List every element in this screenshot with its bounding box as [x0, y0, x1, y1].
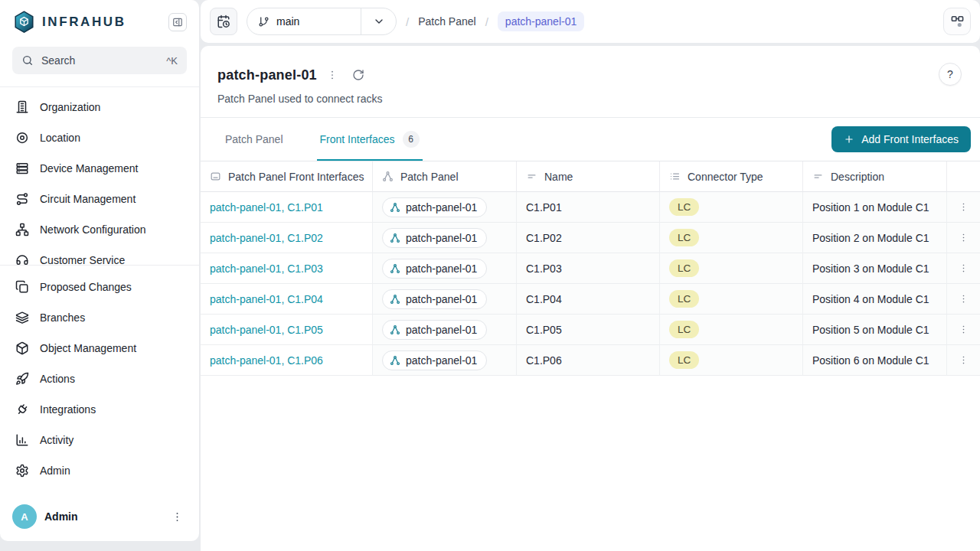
column-header-display-label[interactable]: Patch Panel Front Interfaces: [201, 161, 373, 192]
patch-panel-cell: patch-panel-01: [373, 315, 517, 345]
table-row-c1-p01: patch-panel-01, C1.P01 patch-panel-01 C1…: [201, 192, 980, 223]
time-travel-button[interactable]: [210, 8, 237, 35]
calendar-clock-icon: [217, 15, 230, 28]
text-icon: [812, 171, 824, 182]
patch-panel-chip[interactable]: patch-panel-01: [382, 259, 487, 279]
search-input[interactable]: Search ^K: [12, 47, 187, 74]
infrahub-logo-icon: [14, 11, 34, 33]
object-header: patch-panel-01 Patch Panel used to conne…: [201, 46, 980, 118]
column-label: Description: [831, 171, 884, 183]
row-menu-button[interactable]: [953, 289, 975, 310]
sidebar-item-customer-service[interactable]: Customer Service: [9, 245, 190, 265]
ellipsis-vertical-icon: [958, 293, 969, 305]
patch-panel-chip[interactable]: patch-panel-01: [382, 289, 487, 309]
display-label-cell: patch-panel-01, C1.P04: [201, 284, 373, 315]
list-icon: [669, 171, 681, 182]
sidebar-item-network-configuration[interactable]: Network Configuration: [9, 214, 190, 245]
building-icon: [15, 100, 29, 114]
collapse-sidebar-button[interactable]: [168, 13, 187, 31]
row-link[interactable]: patch-panel-01, C1.P02: [210, 232, 323, 244]
patch-panel-cell: patch-panel-01: [373, 284, 517, 315]
patch-panel-chip[interactable]: patch-panel-01: [382, 228, 487, 248]
avatar: A: [12, 504, 37, 529]
front-interfaces-table: Patch Panel Front Interfaces Patch Panel…: [201, 161, 980, 376]
column-header-connector-type[interactable]: Connector Type: [660, 161, 803, 192]
display-label-cell: patch-panel-01, C1.P05: [201, 315, 373, 345]
sidebar-item-object-management[interactable]: Object Management: [9, 333, 190, 364]
rocket-icon: [15, 372, 29, 386]
sidebar-item-circuit-management[interactable]: Circuit Management: [9, 184, 190, 214]
branch-selector[interactable]: main: [247, 8, 397, 35]
sidebar-item-activity[interactable]: Activity: [9, 425, 190, 455]
object-menu-button[interactable]: [322, 64, 343, 86]
refresh-icon: [352, 69, 364, 81]
row-link[interactable]: patch-panel-01, C1.P03: [210, 262, 323, 275]
location-icon: [15, 131, 29, 145]
ellipsis-vertical-icon: [326, 69, 338, 81]
column-header-description[interactable]: Description: [803, 161, 947, 192]
patch-panel-chip-label: patch-panel-01: [406, 293, 477, 305]
panel-collapse-icon: [172, 17, 183, 28]
patch-panel-chip[interactable]: patch-panel-01: [382, 197, 487, 217]
add-button-label: Add Front Interfaces: [861, 133, 959, 145]
sidebar-item-organization[interactable]: Organization: [9, 92, 190, 122]
display-label-cell: patch-panel-01, C1.P02: [201, 223, 373, 253]
row-menu-button[interactable]: [953, 197, 975, 218]
add-front-interfaces-button[interactable]: Add Front Interfaces: [831, 126, 971, 152]
row-actions-cell: [947, 345, 980, 376]
name-cell: C1.P04: [517, 284, 660, 315]
display-label-cell: patch-panel-01, C1.P06: [201, 345, 373, 376]
ellipsis-vertical-icon: [958, 232, 969, 243]
name-cell: C1.P05: [517, 315, 660, 345]
row-link[interactable]: patch-panel-01, C1.P04: [210, 293, 323, 305]
git-branch-icon: [258, 16, 270, 28]
sidebar-item-integrations[interactable]: Integrations: [9, 394, 190, 425]
row-menu-button[interactable]: [953, 227, 975, 249]
table-header-row: Patch Panel Front Interfaces Patch Panel…: [201, 161, 980, 192]
column-header-name[interactable]: Name: [517, 161, 660, 192]
row-menu-button[interactable]: [953, 258, 975, 279]
display-label-cell: patch-panel-01, C1.P03: [201, 253, 373, 284]
patch-panel-chip[interactable]: patch-panel-01: [382, 350, 487, 370]
sidebar-item-device-management[interactable]: Device Management: [9, 153, 190, 184]
sidebar-item-branches[interactable]: Branches: [9, 302, 190, 333]
branch-label: main: [247, 15, 361, 28]
copy-diff-icon: [15, 280, 29, 294]
tab-count-badge: 6: [403, 131, 420, 148]
schema-graph-button[interactable]: [943, 8, 971, 35]
branch-caret[interactable]: [361, 8, 396, 34]
row-menu-button[interactable]: [953, 350, 975, 371]
breadcrumb-item-current[interactable]: patch-panel-01: [498, 11, 584, 31]
patch-panel-cell: patch-panel-01: [373, 345, 517, 376]
help-button[interactable]: ?: [939, 63, 962, 86]
cube-icon: [15, 341, 29, 355]
row-menu-button[interactable]: [953, 319, 975, 341]
breadcrumb-item-patch-panel[interactable]: Patch Panel: [418, 15, 476, 28]
patch-panel-chip-label: patch-panel-01: [406, 232, 477, 244]
patch-panel-chip-label: patch-panel-01: [406, 262, 477, 275]
tab-label: Patch Panel: [225, 133, 283, 145]
table-row-c1-p03: patch-panel-01, C1.P03 patch-panel-01 C1…: [201, 253, 980, 284]
sidebar-item-location[interactable]: Location: [9, 122, 190, 153]
card-icon: [210, 171, 221, 182]
sidebar-item-label: Device Management: [40, 162, 138, 174]
sidebar-item-label: Customer Service: [40, 254, 125, 265]
column-header-patch-panel[interactable]: Patch Panel: [373, 161, 517, 192]
sidebar-item-proposed-changes[interactable]: Proposed Changes: [9, 272, 190, 302]
patch-panel-chip-label: patch-panel-01: [406, 201, 477, 214]
sidebar-item-label: Admin: [40, 465, 70, 477]
hierarchy-icon: [390, 202, 400, 213]
row-link[interactable]: patch-panel-01, C1.P01: [210, 201, 323, 214]
row-link[interactable]: patch-panel-01, C1.P06: [210, 354, 323, 367]
search-placeholder: Search: [41, 54, 75, 67]
sidebar-item-admin[interactable]: Admin: [9, 455, 190, 486]
sidebar-item-actions[interactable]: Actions: [9, 364, 190, 394]
refresh-button[interactable]: [348, 64, 369, 86]
user-menu-button[interactable]: [167, 507, 187, 527]
ellipsis-vertical-icon: [958, 354, 969, 366]
logo-row: INFRAHUB: [0, 0, 199, 41]
patch-panel-chip[interactable]: patch-panel-01: [382, 320, 487, 340]
row-link[interactable]: patch-panel-01, C1.P05: [210, 324, 323, 336]
tab-patch-panel[interactable]: Patch Panel: [222, 118, 286, 161]
tab-front-interfaces[interactable]: Front Interfaces 6: [317, 118, 423, 161]
